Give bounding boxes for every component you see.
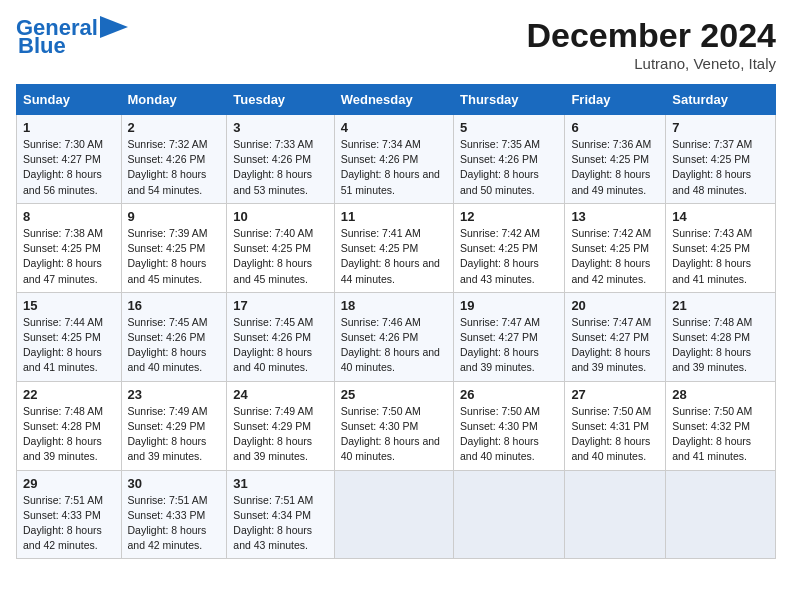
calendar-cell (454, 470, 565, 559)
cell-info: Sunrise: 7:48 AMSunset: 4:28 PMDaylight:… (23, 405, 103, 463)
cell-info: Sunrise: 7:38 AMSunset: 4:25 PMDaylight:… (23, 227, 103, 285)
day-number: 8 (23, 209, 115, 224)
calendar-header-row: SundayMondayTuesdayWednesdayThursdayFrid… (17, 85, 776, 115)
calendar-cell: 2Sunrise: 7:32 AMSunset: 4:26 PMDaylight… (121, 115, 227, 204)
cell-info: Sunrise: 7:42 AMSunset: 4:25 PMDaylight:… (460, 227, 540, 285)
day-number: 10 (233, 209, 327, 224)
calendar-week-row: 22Sunrise: 7:48 AMSunset: 4:28 PMDayligh… (17, 381, 776, 470)
calendar-cell: 22Sunrise: 7:48 AMSunset: 4:28 PMDayligh… (17, 381, 122, 470)
day-number: 26 (460, 387, 558, 402)
calendar-week-row: 29Sunrise: 7:51 AMSunset: 4:33 PMDayligh… (17, 470, 776, 559)
day-number: 29 (23, 476, 115, 491)
cell-info: Sunrise: 7:51 AMSunset: 4:34 PMDaylight:… (233, 494, 313, 552)
col-header-friday: Friday (565, 85, 666, 115)
calendar-cell: 4Sunrise: 7:34 AMSunset: 4:26 PMDaylight… (334, 115, 453, 204)
calendar-cell (565, 470, 666, 559)
col-header-wednesday: Wednesday (334, 85, 453, 115)
cell-info: Sunrise: 7:41 AMSunset: 4:25 PMDaylight:… (341, 227, 440, 285)
day-number: 13 (571, 209, 659, 224)
calendar-cell: 17Sunrise: 7:45 AMSunset: 4:26 PMDayligh… (227, 292, 334, 381)
calendar-cell: 10Sunrise: 7:40 AMSunset: 4:25 PMDayligh… (227, 203, 334, 292)
calendar-week-row: 8Sunrise: 7:38 AMSunset: 4:25 PMDaylight… (17, 203, 776, 292)
calendar-cell: 6Sunrise: 7:36 AMSunset: 4:25 PMDaylight… (565, 115, 666, 204)
logo: General Blue (16, 16, 128, 58)
page-header: General Blue December 2024 Lutrano, Vene… (16, 16, 776, 72)
day-number: 20 (571, 298, 659, 313)
svg-marker-0 (100, 16, 128, 38)
cell-info: Sunrise: 7:37 AMSunset: 4:25 PMDaylight:… (672, 138, 752, 196)
calendar-cell: 16Sunrise: 7:45 AMSunset: 4:26 PMDayligh… (121, 292, 227, 381)
cell-info: Sunrise: 7:46 AMSunset: 4:26 PMDaylight:… (341, 316, 440, 374)
day-number: 9 (128, 209, 221, 224)
calendar-cell: 1Sunrise: 7:30 AMSunset: 4:27 PMDaylight… (17, 115, 122, 204)
cell-info: Sunrise: 7:49 AMSunset: 4:29 PMDaylight:… (233, 405, 313, 463)
calendar-cell: 8Sunrise: 7:38 AMSunset: 4:25 PMDaylight… (17, 203, 122, 292)
cell-info: Sunrise: 7:36 AMSunset: 4:25 PMDaylight:… (571, 138, 651, 196)
cell-info: Sunrise: 7:50 AMSunset: 4:31 PMDaylight:… (571, 405, 651, 463)
cell-info: Sunrise: 7:50 AMSunset: 4:30 PMDaylight:… (460, 405, 540, 463)
title-block: December 2024 Lutrano, Veneto, Italy (526, 16, 776, 72)
logo-blue-text: Blue (18, 34, 66, 58)
cell-info: Sunrise: 7:32 AMSunset: 4:26 PMDaylight:… (128, 138, 208, 196)
day-number: 30 (128, 476, 221, 491)
cell-info: Sunrise: 7:51 AMSunset: 4:33 PMDaylight:… (23, 494, 103, 552)
calendar-cell: 21Sunrise: 7:48 AMSunset: 4:28 PMDayligh… (666, 292, 776, 381)
calendar-cell (666, 470, 776, 559)
day-number: 3 (233, 120, 327, 135)
day-number: 21 (672, 298, 769, 313)
cell-info: Sunrise: 7:42 AMSunset: 4:25 PMDaylight:… (571, 227, 651, 285)
logo-arrow-icon (100, 16, 128, 38)
col-header-thursday: Thursday (454, 85, 565, 115)
calendar-cell: 11Sunrise: 7:41 AMSunset: 4:25 PMDayligh… (334, 203, 453, 292)
calendar-cell: 31Sunrise: 7:51 AMSunset: 4:34 PMDayligh… (227, 470, 334, 559)
calendar-cell: 12Sunrise: 7:42 AMSunset: 4:25 PMDayligh… (454, 203, 565, 292)
cell-info: Sunrise: 7:49 AMSunset: 4:29 PMDaylight:… (128, 405, 208, 463)
calendar-cell (334, 470, 453, 559)
calendar-cell: 29Sunrise: 7:51 AMSunset: 4:33 PMDayligh… (17, 470, 122, 559)
main-title: December 2024 (526, 16, 776, 55)
col-header-saturday: Saturday (666, 85, 776, 115)
cell-info: Sunrise: 7:50 AMSunset: 4:30 PMDaylight:… (341, 405, 440, 463)
calendar-week-row: 1Sunrise: 7:30 AMSunset: 4:27 PMDaylight… (17, 115, 776, 204)
cell-info: Sunrise: 7:50 AMSunset: 4:32 PMDaylight:… (672, 405, 752, 463)
col-header-sunday: Sunday (17, 85, 122, 115)
day-number: 14 (672, 209, 769, 224)
cell-info: Sunrise: 7:34 AMSunset: 4:26 PMDaylight:… (341, 138, 440, 196)
calendar-table: SundayMondayTuesdayWednesdayThursdayFrid… (16, 84, 776, 559)
cell-info: Sunrise: 7:51 AMSunset: 4:33 PMDaylight:… (128, 494, 208, 552)
calendar-cell: 14Sunrise: 7:43 AMSunset: 4:25 PMDayligh… (666, 203, 776, 292)
cell-info: Sunrise: 7:43 AMSunset: 4:25 PMDaylight:… (672, 227, 752, 285)
day-number: 22 (23, 387, 115, 402)
day-number: 11 (341, 209, 447, 224)
calendar-cell: 7Sunrise: 7:37 AMSunset: 4:25 PMDaylight… (666, 115, 776, 204)
col-header-tuesday: Tuesday (227, 85, 334, 115)
day-number: 16 (128, 298, 221, 313)
calendar-cell: 25Sunrise: 7:50 AMSunset: 4:30 PMDayligh… (334, 381, 453, 470)
calendar-cell: 27Sunrise: 7:50 AMSunset: 4:31 PMDayligh… (565, 381, 666, 470)
day-number: 31 (233, 476, 327, 491)
calendar-cell: 13Sunrise: 7:42 AMSunset: 4:25 PMDayligh… (565, 203, 666, 292)
calendar-cell: 9Sunrise: 7:39 AMSunset: 4:25 PMDaylight… (121, 203, 227, 292)
day-number: 19 (460, 298, 558, 313)
day-number: 28 (672, 387, 769, 402)
calendar-cell: 28Sunrise: 7:50 AMSunset: 4:32 PMDayligh… (666, 381, 776, 470)
day-number: 27 (571, 387, 659, 402)
cell-info: Sunrise: 7:45 AMSunset: 4:26 PMDaylight:… (128, 316, 208, 374)
cell-info: Sunrise: 7:45 AMSunset: 4:26 PMDaylight:… (233, 316, 313, 374)
calendar-cell: 30Sunrise: 7:51 AMSunset: 4:33 PMDayligh… (121, 470, 227, 559)
day-number: 4 (341, 120, 447, 135)
calendar-cell: 24Sunrise: 7:49 AMSunset: 4:29 PMDayligh… (227, 381, 334, 470)
day-number: 18 (341, 298, 447, 313)
calendar-cell: 20Sunrise: 7:47 AMSunset: 4:27 PMDayligh… (565, 292, 666, 381)
day-number: 25 (341, 387, 447, 402)
calendar-cell: 23Sunrise: 7:49 AMSunset: 4:29 PMDayligh… (121, 381, 227, 470)
cell-info: Sunrise: 7:47 AMSunset: 4:27 PMDaylight:… (460, 316, 540, 374)
cell-info: Sunrise: 7:48 AMSunset: 4:28 PMDaylight:… (672, 316, 752, 374)
cell-info: Sunrise: 7:33 AMSunset: 4:26 PMDaylight:… (233, 138, 313, 196)
day-number: 17 (233, 298, 327, 313)
calendar-cell: 26Sunrise: 7:50 AMSunset: 4:30 PMDayligh… (454, 381, 565, 470)
day-number: 7 (672, 120, 769, 135)
calendar-cell: 3Sunrise: 7:33 AMSunset: 4:26 PMDaylight… (227, 115, 334, 204)
calendar-week-row: 15Sunrise: 7:44 AMSunset: 4:25 PMDayligh… (17, 292, 776, 381)
cell-info: Sunrise: 7:40 AMSunset: 4:25 PMDaylight:… (233, 227, 313, 285)
